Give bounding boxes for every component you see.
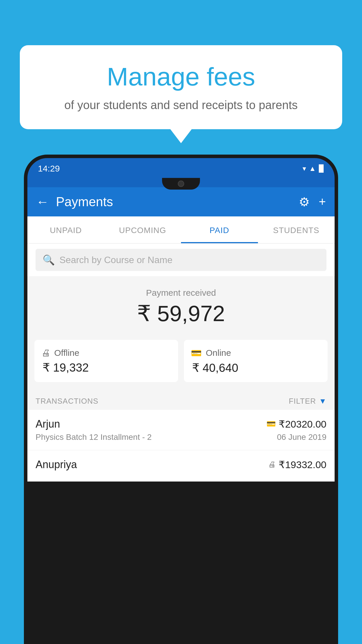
header-actions: ⚙ + — [299, 195, 326, 209]
notch-bar — [27, 178, 335, 187]
transaction-bottom: Physics Batch 12 Installment - 2 06 June… — [36, 433, 326, 442]
online-icon: 💳 — [191, 348, 202, 358]
card-icon: 💳 — [266, 419, 276, 428]
online-label: Online — [206, 348, 231, 358]
notch — [162, 178, 200, 190]
amount-wrap: 🖨 ₹19332.00 — [268, 459, 326, 470]
online-amount: ₹ 40,640 — [191, 361, 321, 374]
transaction-top: Anupriya 🖨 ₹19332.00 — [36, 459, 326, 471]
wifi-icon: ▾ — [303, 164, 306, 173]
payment-cards: 🖨 Offline ₹ 19,332 💳 Online ₹ 40,640 — [27, 334, 335, 391]
back-button[interactable]: ← — [36, 195, 49, 209]
camera-dot — [178, 181, 184, 187]
bubble-subtitle: of your students and send receipts to pa… — [34, 97, 328, 113]
transaction-list: Arjun 💳 ₹20320.00 Physics Batch 12 Insta… — [27, 410, 335, 482]
page-title: Payments — [56, 195, 299, 209]
tabs-bar: UNPAID UPCOMING PAID STUDENTS — [27, 216, 335, 244]
offline-payment-icon: 🖨 — [268, 460, 276, 469]
student-name: Anupriya — [36, 459, 77, 471]
search-icon: 🔍 — [43, 254, 55, 266]
screen-content: 🔍 Search by Course or Name Payment recei… — [27, 244, 335, 482]
search-bar: 🔍 Search by Course or Name — [27, 244, 335, 276]
status-icons: ▾ ▲ ▉ — [303, 164, 324, 173]
add-icon[interactable]: + — [319, 195, 326, 209]
transaction-top: Arjun 💳 ₹20320.00 — [36, 418, 326, 430]
search-input[interactable]: Search by Course or Name — [59, 255, 173, 265]
online-card-top: 💳 Online — [191, 348, 321, 358]
transaction-date: 06 June 2019 — [277, 433, 326, 442]
offline-label: Offline — [54, 348, 79, 358]
signal-icon: ▲ — [309, 164, 316, 173]
offline-amount: ₹ 19,332 — [41, 361, 171, 374]
amount-wrap: 💳 ₹20320.00 — [266, 418, 326, 430]
offline-card-top: 🖨 Offline — [41, 348, 171, 358]
transactions-header: TRANSACTIONS FILTER ▼ — [27, 391, 335, 410]
table-row[interactable]: Anupriya 🖨 ₹19332.00 — [27, 450, 335, 482]
settings-icon[interactable]: ⚙ — [299, 195, 310, 209]
payment-received-amount: ₹ 59,972 — [33, 301, 329, 326]
online-card: 💳 Online ₹ 40,640 — [184, 340, 328, 382]
filter-wrap[interactable]: FILTER ▼ — [289, 397, 326, 406]
phone-frame: 14:29 ▾ ▲ ▉ ← Payments ⚙ + UNPAID UPCOMI… — [24, 155, 338, 644]
speech-bubble: Manage fees of your students and send re… — [20, 45, 342, 129]
search-input-wrap[interactable]: 🔍 Search by Course or Name — [36, 249, 326, 271]
student-name: Arjun — [36, 418, 60, 430]
transaction-amount: ₹20320.00 — [279, 418, 326, 430]
tab-paid[interactable]: PAID — [181, 216, 258, 243]
bubble-title: Manage fees — [34, 63, 328, 91]
app-header: ← Payments ⚙ + — [27, 187, 335, 216]
offline-card: 🖨 Offline ₹ 19,332 — [34, 340, 178, 382]
offline-icon: 🖨 — [41, 348, 50, 358]
course-info: Physics Batch 12 Installment - 2 — [36, 433, 152, 442]
tab-upcoming[interactable]: UPCOMING — [104, 216, 181, 243]
tab-students[interactable]: STUDENTS — [258, 216, 335, 243]
payment-received-label: Payment received — [33, 288, 329, 298]
filter-label: FILTER — [289, 397, 316, 406]
battery-icon: ▉ — [319, 164, 324, 173]
status-time: 14:29 — [38, 164, 60, 174]
filter-icon: ▼ — [319, 397, 326, 406]
transactions-label: TRANSACTIONS — [36, 397, 99, 406]
transaction-amount: ₹19332.00 — [279, 459, 326, 470]
payment-summary: Payment received ₹ 59,972 — [27, 276, 335, 334]
tab-unpaid[interactable]: UNPAID — [27, 216, 104, 243]
status-bar: 14:29 ▾ ▲ ▉ — [27, 158, 335, 178]
table-row[interactable]: Arjun 💳 ₹20320.00 Physics Batch 12 Insta… — [27, 410, 335, 450]
